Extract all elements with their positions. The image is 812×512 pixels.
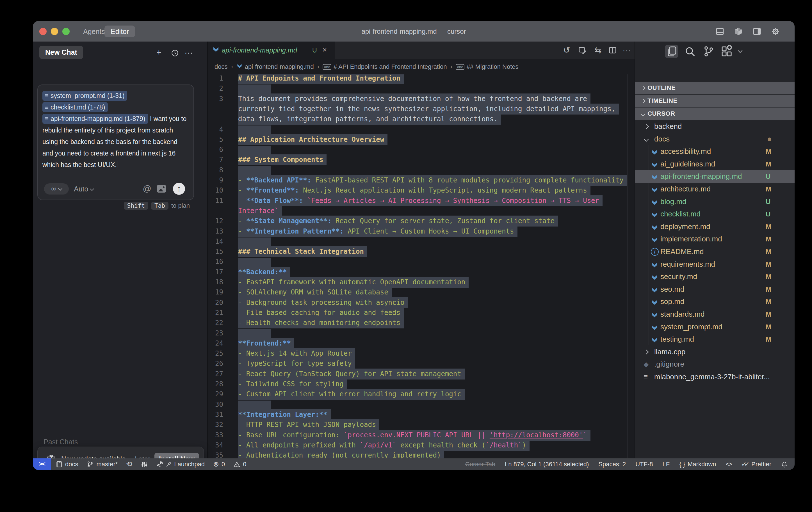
statusbar-sync-icon[interactable]: ⟲ <box>126 460 132 469</box>
toggle-panel-icon[interactable] <box>716 27 724 36</box>
tree-item-deployment-md[interactable]: deployment.mdM <box>635 220 794 233</box>
section-label: TIMELINE <box>647 95 677 107</box>
add-chat-icon[interactable]: + <box>156 48 162 57</box>
selection-highlight: - **Data Flow**: `Feeds → Articles → AI … <box>238 195 603 206</box>
source-control-icon[interactable] <box>702 44 715 58</box>
statusbar-master-[interactable]: master* <box>86 460 118 468</box>
statusbar-docs[interactable]: docs <box>55 460 78 468</box>
statusbar-utf-8[interactable]: UTF-8 <box>635 461 653 468</box>
attachment-chip[interactable]: ≡checklist.md (1-78) <box>42 102 108 112</box>
past-chats-label[interactable]: Past Chats <box>44 438 78 446</box>
tree-item-llama-cpp[interactable]: llama.cpp <box>635 345 794 358</box>
section-header-outline[interactable]: OUTLINE <box>635 82 794 94</box>
tree-item-blog-md[interactable]: blog.mdU <box>635 195 794 208</box>
mention-icon[interactable]: @ <box>143 184 151 193</box>
code-token: except health check ( <box>397 441 486 449</box>
tree-item-docs[interactable]: docs <box>635 133 794 145</box>
cube-icon[interactable] <box>734 27 743 36</box>
editor-tab[interactable]: api-frontend-mapping.md U × <box>208 41 335 59</box>
attach-image-icon[interactable] <box>157 185 166 192</box>
chat-history-icon[interactable] <box>171 49 179 58</box>
code-token: - <box>238 176 246 184</box>
tree-item-architecture-md[interactable]: architecture.mdM <box>635 183 794 195</box>
tree-item-checklist-md[interactable]: checklist.mdU <box>635 208 794 220</box>
code-token: ### System Components <box>238 156 323 164</box>
section-header-timeline[interactable]: TIMELINE <box>635 95 794 107</box>
breadcrumb-item[interactable]: ## Migration Notes <box>456 63 519 70</box>
chevron-down-icon <box>58 186 62 191</box>
selection-highlight: ## Application Architecture Overview <box>238 134 387 145</box>
install-now-button[interactable]: Install Now <box>154 453 199 458</box>
tree-item-security-md[interactable]: security.mdM <box>635 270 794 283</box>
code-line: 7### System Components <box>208 156 627 166</box>
statusbar-0[interactable]: ⊗0 <box>213 460 225 468</box>
chat-more-actions-icon[interactable]: ··· <box>184 48 193 57</box>
statusbar-markdown[interactable]: { }Markdown <box>679 461 716 468</box>
tree-item-ai-guidelines-md[interactable]: ai_guidelines.mdM <box>635 158 794 171</box>
chat-input[interactable]: ≡system_prompt.md (1-31)≡checklist.md (1… <box>37 85 194 200</box>
statusbar-spaces-2[interactable]: Spaces: 2 <box>598 461 626 468</box>
statusbar-prettier[interactable]: ✓✓Prettier <box>741 461 771 468</box>
breadcrumb-item[interactable]: api-frontend-mapping.md <box>236 63 314 70</box>
tree-item-sop-md[interactable]: sop.mdM <box>635 295 794 308</box>
split-editor-icon[interactable] <box>608 46 618 56</box>
close-tab-icon[interactable]: × <box>322 41 327 59</box>
explorer-files-icon[interactable] <box>665 44 678 58</box>
overview-ruler[interactable] <box>627 74 635 458</box>
more-actions-icon[interactable]: ··· <box>621 45 632 55</box>
statusbar-label: 0 <box>222 461 225 468</box>
toggle-secondary-sidebar-icon[interactable] <box>752 27 761 36</box>
section-header-cursor[interactable]: CURSOR <box>635 108 794 120</box>
history-icon[interactable]: ↺ <box>561 45 572 55</box>
tree-item-standards-md[interactable]: standards.mdM <box>635 308 794 321</box>
statusbar-launchpad[interactable]: Launchpad <box>156 460 205 468</box>
statusbar-ln-879-col-1-36114-selected-[interactable]: Ln 879, Col 1 (36114 selected) <box>505 461 589 468</box>
tree-item-api-frontend-mapping-md[interactable]: api-frontend-mapping.mdU <box>635 170 794 183</box>
attached-file-icon: ≡ <box>45 92 49 99</box>
tree-item-testing-md[interactable]: testing.mdM <box>635 333 794 345</box>
compare-changes-icon[interactable]: ⇆ <box>593 45 603 55</box>
tree-item-mlabonne-gemma-3-27b-it-abliter-[interactable]: ≡mlabonne_gemma-3-27b-it-abliter... <box>635 370 794 383</box>
tree-item-seo-md[interactable]: seo.mdM <box>635 283 794 296</box>
file-name: mlabonne_gemma-3-27b-it-abliter... <box>654 370 770 383</box>
key-shift: Shift <box>124 202 148 210</box>
attachment-chip[interactable]: ≡system_prompt.md (1-31) <box>42 91 127 101</box>
tree-item--gitignore[interactable]: ◆.gitignore <box>635 358 794 370</box>
open-preview-icon[interactable] <box>577 46 587 56</box>
search-icon[interactable] <box>683 44 697 58</box>
tree-item-implementation-md[interactable]: implementation.mdM <box>635 233 794 245</box>
later-button[interactable]: Later <box>135 447 150 458</box>
braces-icon: { } <box>679 461 685 468</box>
editor-pane: api-frontend-mapping.md U × ↺ ⇆ ··· docs… <box>208 41 635 458</box>
breadcrumb-item[interactable]: # API Endpoints and Frontend Integration <box>323 63 447 70</box>
line-content: - FastAPI framework with automatic OpenA… <box>238 278 469 286</box>
agent-mode-pill[interactable]: ∞ <box>44 183 69 194</box>
selection-highlight: - FastAPI framework with automatic OpenA… <box>238 277 469 288</box>
extensions-icon[interactable] <box>720 44 733 58</box>
tree-item-requirements-md[interactable]: requirements.mdM <box>635 258 794 271</box>
line-number: 7 <box>208 156 223 164</box>
remote-indicator[interactable]: >< <box>33 458 51 470</box>
tree-item-backend[interactable]: backend <box>635 120 794 133</box>
send-button[interactable]: ↑ <box>173 183 185 195</box>
tree-item-system-prompt-md[interactable]: system_prompt.mdM <box>635 321 794 333</box>
breadcrumb-item[interactable]: docs <box>214 63 227 70</box>
tree-item-readme-md[interactable]: iREADME.mdM <box>635 245 794 258</box>
modified-badge: M <box>766 220 771 233</box>
attachment-chip[interactable]: ≡api-frontend-mapping.md (1-879) <box>42 114 148 124</box>
statusbar-tune-icon[interactable] <box>141 460 148 468</box>
more-views-icon[interactable] <box>738 48 752 62</box>
new-chat-tab[interactable]: New Chat <box>39 46 83 59</box>
statusbar-bell-icon[interactable] <box>781 460 788 468</box>
statusbar-0[interactable]: 0 <box>233 460 246 468</box>
statusbar-code-angle-icon[interactable]: <> <box>726 461 732 468</box>
model-selector[interactable]: Auto <box>74 183 93 194</box>
selection-highlight: - React Query (TanStack Query) for API s… <box>238 368 465 380</box>
code-area[interactable]: 1# API Endpoints and Frontend Integratio… <box>208 74 627 458</box>
statusbar-cursor-tab[interactable]: Cursor Tab <box>465 461 495 468</box>
launchpad-icon <box>156 460 172 468</box>
tree-item-accessibility-md[interactable]: accessibility.mdM <box>635 145 794 158</box>
statusbar-lf[interactable]: LF <box>663 461 670 468</box>
file-name: architecture.md <box>660 183 710 195</box>
gear-icon[interactable] <box>771 27 780 36</box>
